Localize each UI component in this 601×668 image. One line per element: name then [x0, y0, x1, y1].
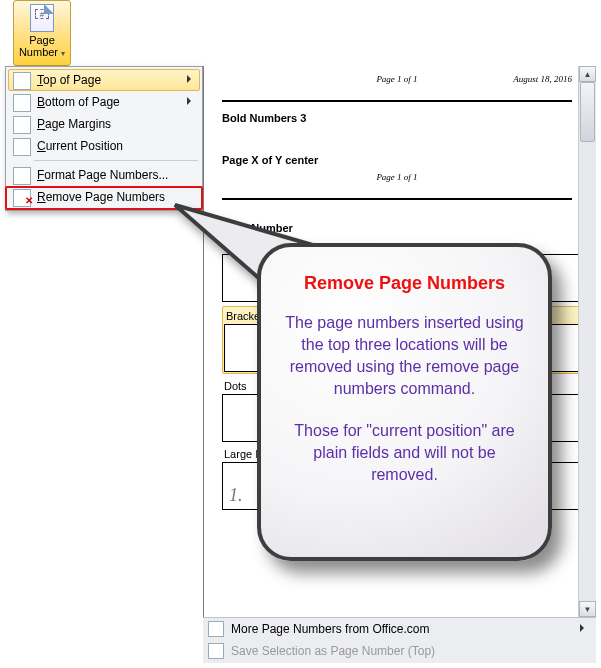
- scroll-up-button[interactable]: ▲: [579, 66, 596, 82]
- page-number-ribbon-button[interactable]: # Page Number ▾: [13, 0, 71, 66]
- save-selection-item: Save Selection as Page Number (Top): [203, 640, 596, 662]
- menu-item-top-of-page[interactable]: Top of Page: [8, 69, 200, 91]
- callout-title: Remove Page Numbers: [281, 273, 528, 294]
- menu-item-icon: [13, 116, 31, 134]
- gallery-section-plain: Plain Number: [204, 206, 590, 236]
- ribbon-label-line2: Number: [19, 46, 58, 58]
- submenu-arrow-icon: [187, 75, 195, 83]
- footer-more-label: More Page Numbers from Office.com: [231, 622, 430, 636]
- gallery-section-xofy: Page X of Y center: [204, 126, 590, 168]
- menu-item-current-position[interactable]: Current Position: [8, 135, 200, 157]
- header-right-text: August 18, 2016: [513, 74, 572, 84]
- submenu-arrow-icon: [580, 624, 588, 632]
- header-sample-xofy: Page 1 of 1: [222, 172, 572, 200]
- submenu-arrow-icon: [187, 97, 195, 105]
- menu-item-page-margins[interactable]: Page Margins: [8, 113, 200, 135]
- header-center-text: Page 1 of 1: [376, 74, 417, 84]
- menu-item-label: Format Page Numbers...: [37, 168, 168, 182]
- menu-item-bottom-of-page[interactable]: Bottom of Page: [8, 91, 200, 113]
- gallery-footer: More Page Numbers from Office.com Save S…: [203, 617, 596, 663]
- sample-center-text: Page 1 of 1: [376, 172, 417, 182]
- scroll-thumb[interactable]: [580, 82, 595, 142]
- menu-item-label: Top of Page: [37, 73, 101, 87]
- menu-item-icon: [13, 189, 31, 207]
- menu-item-icon: [13, 167, 31, 185]
- menu-item-icon: [13, 138, 31, 156]
- menu-item-label: Remove Page Numbers: [37, 190, 165, 204]
- ribbon-label-line1: Page: [29, 34, 55, 46]
- more-page-numbers-item[interactable]: More Page Numbers from Office.com: [203, 618, 596, 640]
- header-sample-top: Page 1 of 1 August 18, 2016: [222, 74, 572, 102]
- annotation-callout: Remove Page Numbers The page numbers ins…: [257, 243, 552, 561]
- office-icon: [208, 621, 224, 637]
- save-icon: [208, 643, 224, 659]
- scroll-down-button[interactable]: ▼: [579, 601, 596, 617]
- gallery-section-bold-3: Bold Numbers 3: [204, 108, 590, 126]
- menu-item-icon: [13, 94, 31, 112]
- dropdown-caret-icon: ▾: [61, 49, 65, 58]
- menu-item-icon: [13, 72, 31, 90]
- footer-save-label: Save Selection as Page Number (Top): [231, 644, 435, 658]
- page-number-menu: Top of PageBottom of PagePage MarginsCur…: [5, 66, 203, 211]
- menu-item-label: Page Margins: [37, 117, 111, 131]
- menu-separator: [34, 160, 198, 161]
- gallery-scrollbar[interactable]: ▲ ▼: [578, 66, 596, 617]
- callout-paragraph-2: Those for "current position" are plain f…: [281, 420, 528, 486]
- menu-item-label: Bottom of Page: [37, 95, 120, 109]
- callout-paragraph-1: The page numbers inserted using the top …: [281, 312, 528, 400]
- menu-item-label: Current Position: [37, 139, 123, 153]
- menu-item-remove-page-numbers[interactable]: Remove Page Numbers: [8, 186, 200, 208]
- menu-item-format-page-numbers[interactable]: Format Page Numbers...: [8, 164, 200, 186]
- page-number-icon: #: [30, 4, 54, 32]
